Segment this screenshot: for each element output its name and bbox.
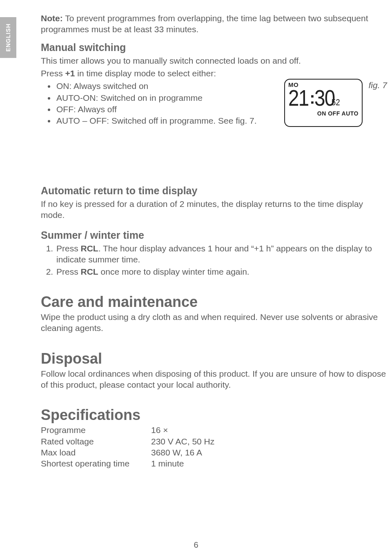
list-item: Press RCL once more to display winter ti…	[56, 266, 387, 277]
auto-return-text: If no key is pressed for a duration of 2…	[41, 198, 387, 221]
spec-key: Shortest operating time	[41, 458, 151, 469]
list-item: Press RCL. The hour display advances 1 h…	[56, 243, 387, 265]
note-text: To prevent programmes from overlapping, …	[41, 13, 368, 34]
press-pre: Press	[41, 69, 65, 78]
spec-row: Rated voltage 230 V AC, 50 Hz	[41, 436, 387, 447]
note-bold: Note:	[41, 13, 63, 23]
heading-disposal: Disposal	[41, 350, 387, 367]
heading-manual-switching: Manual switching	[41, 42, 387, 53]
heading-auto-return: Automatic return to time display	[41, 185, 387, 197]
lcd-hours: 21	[288, 87, 309, 109]
note-label: Note: To prevent programmes from overlap…	[41, 13, 368, 34]
spec-key: Max load	[41, 447, 151, 458]
heading-summer-winter: Summer / winter time	[41, 229, 387, 241]
lcd-time: 21 : 30 52	[288, 87, 359, 109]
spec-val: 16 ×	[151, 424, 387, 435]
step1-post: . The hour display advances 1 hour and “…	[56, 244, 372, 264]
spec-val: 230 V AC, 50 Hz	[151, 436, 387, 447]
figure-7-label: fig. 7	[368, 80, 387, 90]
figure-7-wrap: ON: Always switched on AUTO-ON: Switched…	[41, 80, 387, 179]
press-key: +1	[65, 69, 75, 78]
spec-row: Programme 16 ×	[41, 424, 387, 435]
step2-post: once more to display winter time again.	[98, 267, 249, 276]
heading-care: Care and maintenance	[41, 293, 387, 311]
press-post: in time display mode to select either:	[75, 69, 216, 78]
spec-key: Rated voltage	[41, 436, 151, 447]
lcd-seconds: 52	[332, 98, 340, 107]
care-text: Wipe the product using a dry cloth as an…	[41, 311, 387, 334]
spec-key: Programme	[41, 424, 151, 435]
step1-key: RCL	[81, 244, 98, 253]
spec-val: 3680 W, 16 A	[151, 447, 387, 458]
page: ENGLISH Note: To prevent programmes from…	[0, 0, 392, 553]
spacer	[41, 130, 387, 179]
note-paragraph: Note: To prevent programmes from overlap…	[41, 13, 387, 35]
step2-pre: Press	[56, 267, 81, 276]
step1-pre: Press	[56, 244, 81, 253]
language-tab: ENGLISH	[0, 17, 16, 58]
page-number: 6	[0, 540, 392, 550]
lcd-modes: ON OFF AUTO	[288, 110, 359, 117]
spec-row: Max load 3680 W, 16 A	[41, 447, 387, 458]
step2-key: RCL	[81, 267, 98, 276]
manual-switching-press: Press +1 in time display mode to select …	[41, 68, 387, 79]
lcd-display: MO 21 : 30 52 ON OFF AUTO	[284, 79, 363, 127]
summer-winter-steps: Press RCL. The hour display advances 1 h…	[41, 243, 387, 277]
manual-switching-intro: This timer allows you to manually switch…	[41, 55, 387, 66]
spec-row: Shortest operating time 1 minute	[41, 458, 387, 469]
spec-val: 1 minute	[151, 458, 387, 469]
disposal-text: Follow local ordinances when disposing o…	[41, 368, 387, 391]
language-tab-label: ENGLISH	[5, 23, 11, 51]
heading-specs: Specifications	[41, 406, 387, 424]
